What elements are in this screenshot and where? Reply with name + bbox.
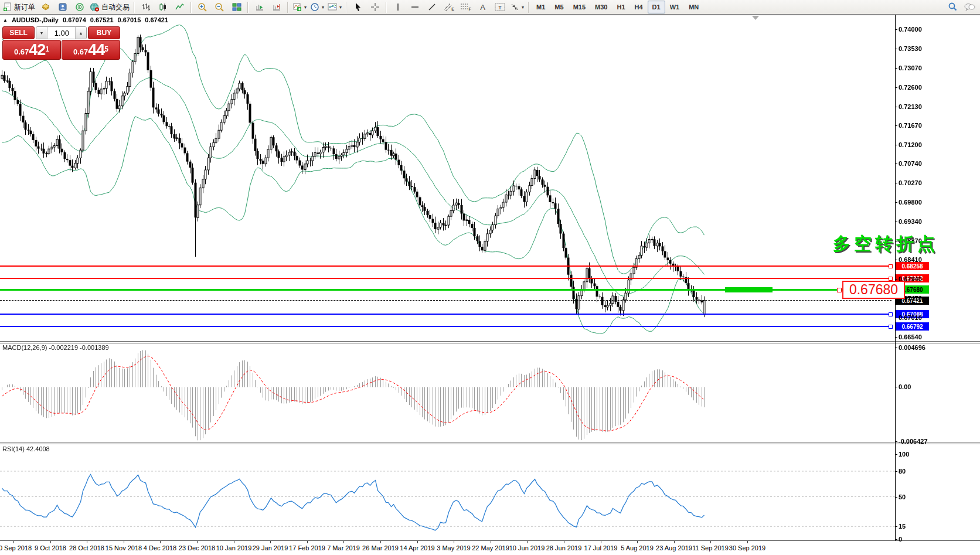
zoom-in-button[interactable] xyxy=(194,1,211,13)
date-tick-mark xyxy=(160,541,161,543)
periods-dropdown-caret[interactable]: ▾ xyxy=(322,5,324,10)
crosshair-button[interactable] xyxy=(366,1,383,13)
line-end-handle[interactable] xyxy=(889,312,893,316)
chart-shift-button[interactable] xyxy=(268,1,285,13)
date-tick-mark xyxy=(747,541,748,543)
cursor-button[interactable] xyxy=(349,1,366,13)
buy-price-point: 5 xyxy=(104,40,108,58)
arrows-tool-button[interactable]: ▾ xyxy=(508,1,526,13)
timeframe-button-m30[interactable]: M30 xyxy=(590,1,612,13)
buy-button[interactable]: BUY xyxy=(88,26,120,39)
zoom-in-icon xyxy=(198,2,207,12)
annotation-text-object[interactable]: 多空转折点 xyxy=(833,232,938,256)
date-tick-mark xyxy=(124,541,124,543)
chart-shift-icon xyxy=(272,2,281,12)
market-watch-icon xyxy=(41,2,50,12)
chat-icon[interactable] xyxy=(964,2,975,12)
timeframe-button-w1[interactable]: W1 xyxy=(665,1,685,13)
fibonacci-icon xyxy=(460,2,468,12)
trendline-button[interactable] xyxy=(423,1,440,13)
new-order-button[interactable]: 新订单 xyxy=(1,1,37,13)
text-label-button[interactable]: T xyxy=(491,1,508,13)
candlestick-chart-button[interactable] xyxy=(154,1,171,13)
timeframe-button-h4[interactable]: H4 xyxy=(630,1,648,13)
new-order-icon xyxy=(3,2,12,12)
zoom-out-button[interactable] xyxy=(211,1,228,13)
line-chart-button[interactable] xyxy=(171,1,188,13)
date-label: 11 Sep 2019 xyxy=(692,544,729,551)
horizontal-line-0.68258[interactable] xyxy=(0,265,891,267)
bar-chart-button[interactable] xyxy=(137,1,154,13)
indicators-dropdown-caret[interactable]: ▾ xyxy=(304,5,307,10)
date-label: 17 Feb 2019 xyxy=(289,544,325,551)
horizontal-line-button[interactable] xyxy=(406,1,423,13)
chart-shift-marker-icon[interactable] xyxy=(752,16,759,20)
horizontal-line-0.66792[interactable] xyxy=(0,326,891,327)
one-click-trading-panel: SELL ▼ 1.00 ▲ BUY 0.67421 0.67445 xyxy=(2,26,120,60)
sell-button[interactable]: SELL xyxy=(2,26,35,39)
axis-tick-mark xyxy=(895,337,897,338)
axis-tick-mark xyxy=(895,318,897,318)
axis-tick-label: 80 xyxy=(899,468,906,475)
sell-price-display[interactable]: 0.67421 xyxy=(2,40,61,60)
line-end-handle[interactable] xyxy=(889,264,893,268)
date-tick-mark xyxy=(270,541,271,543)
market-watch-button[interactable] xyxy=(37,1,54,13)
axis-tick-mark xyxy=(895,454,897,455)
ohlc-low: 0.67015 xyxy=(118,16,141,23)
candlestick-chart-canvas[interactable] xyxy=(0,15,896,342)
tile-windows-button[interactable] xyxy=(228,1,245,13)
date-tick-mark xyxy=(13,541,14,543)
volume-value[interactable]: 1.00 xyxy=(47,27,75,39)
arrows-dropdown-caret[interactable]: ▾ xyxy=(522,5,524,10)
date-tick-mark xyxy=(527,541,528,543)
periods-button[interactable]: ▾ xyxy=(308,1,326,13)
date-tick-mark xyxy=(454,541,454,543)
volume-increase-button[interactable]: ▲ xyxy=(75,27,86,39)
horizontal-line-0.67088[interactable] xyxy=(0,314,891,315)
axis-tick-label: 50 xyxy=(899,493,906,500)
signals-button[interactable] xyxy=(71,1,88,13)
price-box-object[interactable]: 0.67680 xyxy=(842,281,905,299)
macd-rsi-splitter[interactable] xyxy=(0,442,980,444)
line-end-handle[interactable] xyxy=(889,277,893,281)
auto-scroll-button[interactable] xyxy=(251,1,268,13)
search-icon[interactable] xyxy=(947,2,958,12)
date-tick-mark xyxy=(343,541,344,543)
macd-indicator-canvas[interactable] xyxy=(0,343,896,442)
buy-price-display[interactable]: 0.67445 xyxy=(62,40,120,60)
horizontal-line-0.67962[interactable] xyxy=(0,278,891,279)
templates-dropdown-caret[interactable]: ▾ xyxy=(339,5,342,10)
indicators-button[interactable]: ▾ xyxy=(291,1,308,13)
timeframe-button-h1[interactable]: H1 xyxy=(612,1,629,13)
templates-button[interactable]: ▾ xyxy=(326,1,343,13)
timeframe-button-m5[interactable]: M5 xyxy=(550,1,568,13)
date-label: 22 May 2019 xyxy=(472,544,509,551)
macd-value-signal: -0.001389 xyxy=(80,344,109,351)
axis-tick-label: 0.68410 xyxy=(899,256,922,263)
equidistant-channel-button[interactable]: E xyxy=(440,1,457,13)
vertical-line-button[interactable] xyxy=(389,1,406,13)
horizontal-line-icon xyxy=(410,2,420,12)
line-end-handle[interactable] xyxy=(889,325,893,329)
signals-icon xyxy=(75,2,84,12)
autotrading-button[interactable]: 自动交易 xyxy=(88,1,131,13)
text-tool-button[interactable]: A xyxy=(474,1,491,13)
date-tick-mark xyxy=(710,541,711,543)
thick-line-segment[interactable] xyxy=(725,287,773,292)
date-tick-mark xyxy=(87,541,87,543)
axis-tick-label: 0 xyxy=(899,536,902,543)
timeframe-button-m1[interactable]: M1 xyxy=(532,1,550,13)
candlestick-chart-icon xyxy=(158,2,168,12)
timeframe-button-mn[interactable]: MN xyxy=(684,1,703,13)
main-macd-splitter[interactable] xyxy=(0,341,980,343)
timeframe-button-m15[interactable]: M15 xyxy=(569,1,590,13)
rsi-indicator-canvas[interactable] xyxy=(0,444,896,541)
volume-decrease-button[interactable]: ▼ xyxy=(36,27,47,39)
fibonacci-button[interactable]: F xyxy=(457,1,474,13)
timeframe-button-d1[interactable]: D1 xyxy=(648,1,665,13)
axis-tick-mark xyxy=(895,107,897,107)
horizontal-line-0.67421[interactable] xyxy=(0,300,891,301)
data-window-button[interactable] xyxy=(54,1,71,13)
axis-tick-label: 0.67010 xyxy=(899,314,922,321)
